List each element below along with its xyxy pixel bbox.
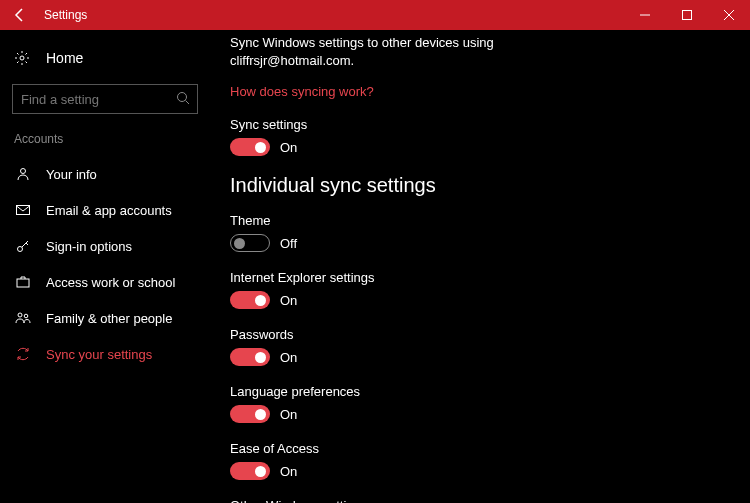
window-title: Settings: [44, 8, 87, 22]
sidebar-item-access-work-school[interactable]: Access work or school: [0, 264, 210, 300]
sidebar-item-family-people[interactable]: Family & other people: [0, 300, 210, 336]
sync-description: Sync Windows settings to other devices u…: [230, 34, 730, 70]
ie-settings-toggle[interactable]: [230, 291, 270, 309]
toggle-state: On: [280, 350, 297, 365]
svg-point-3: [21, 169, 26, 174]
mail-icon: [14, 202, 32, 218]
language-pref-label: Language preferences: [230, 384, 730, 399]
sidebar-item-signin-options[interactable]: Sign-in options: [0, 228, 210, 264]
theme-label: Theme: [230, 213, 730, 228]
sidebar-item-email-accounts[interactable]: Email & app accounts: [0, 192, 210, 228]
minimize-button[interactable]: [624, 0, 666, 30]
ease-access-toggle[interactable]: [230, 462, 270, 480]
sidebar-item-label: Your info: [46, 167, 97, 182]
sidebar-item-label: Sync your settings: [46, 347, 152, 362]
toggle-state: On: [280, 293, 297, 308]
window-controls: [624, 0, 750, 30]
category-label: Accounts: [0, 128, 210, 156]
other-windows-label: Other Windows settings: [230, 498, 730, 503]
people-icon: [14, 310, 32, 326]
back-button[interactable]: [0, 0, 40, 30]
toggle-state: On: [280, 407, 297, 422]
sidebar-item-label: Access work or school: [46, 275, 175, 290]
how-syncing-works-link[interactable]: How does syncing work?: [230, 84, 374, 99]
home-label: Home: [46, 50, 83, 66]
ie-settings-label: Internet Explorer settings: [230, 270, 730, 285]
svg-rect-4: [17, 206, 30, 215]
svg-point-2: [178, 93, 187, 102]
sync-icon: [14, 346, 32, 362]
close-button[interactable]: [708, 0, 750, 30]
person-icon: [14, 166, 32, 182]
sidebar: Home Accounts Your info Email & app acco…: [0, 30, 210, 503]
language-pref-toggle[interactable]: [230, 405, 270, 423]
svg-rect-6: [17, 279, 29, 287]
sidebar-item-label: Sign-in options: [46, 239, 132, 254]
sidebar-item-label: Family & other people: [46, 311, 172, 326]
sync-settings-toggle[interactable]: [230, 138, 270, 156]
titlebar: Settings: [0, 0, 750, 30]
main-content: Sync Windows settings to other devices u…: [210, 30, 750, 503]
sidebar-item-your-info[interactable]: Your info: [0, 156, 210, 192]
sidebar-item-sync-settings[interactable]: Sync your settings: [0, 336, 210, 372]
ease-access-label: Ease of Access: [230, 441, 730, 456]
svg-point-5: [18, 247, 23, 252]
gear-icon: [14, 50, 32, 66]
search-input[interactable]: [12, 84, 198, 114]
passwords-toggle[interactable]: [230, 348, 270, 366]
maximize-button[interactable]: [666, 0, 708, 30]
toggle-state: On: [280, 464, 297, 479]
svg-point-1: [20, 56, 24, 60]
key-icon: [14, 238, 32, 254]
home-button[interactable]: Home: [0, 42, 210, 74]
briefcase-icon: [14, 274, 32, 290]
svg-rect-0: [683, 11, 692, 20]
svg-point-7: [18, 313, 22, 317]
toggle-state: Off: [280, 236, 297, 251]
passwords-label: Passwords: [230, 327, 730, 342]
sidebar-item-label: Email & app accounts: [46, 203, 172, 218]
sync-settings-label: Sync settings: [230, 117, 730, 132]
toggle-state: On: [280, 140, 297, 155]
search-icon: [176, 91, 190, 108]
svg-point-8: [24, 314, 28, 318]
section-heading: Individual sync settings: [230, 174, 730, 197]
theme-toggle[interactable]: [230, 234, 270, 252]
